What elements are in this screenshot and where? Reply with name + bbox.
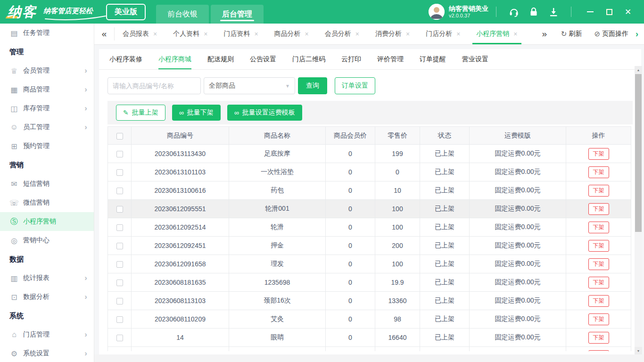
row-checkbox[interactable] — [116, 335, 123, 341]
row-checkbox[interactable] — [116, 316, 123, 323]
subtab-订单提醒[interactable]: 订单提醒 — [420, 49, 446, 69]
sidebar-item-inventory-management[interactable]: ◫库存管理› — [0, 99, 94, 118]
sidebar-item-label: 统计报表 — [23, 274, 50, 282]
tab-小程序营销[interactable]: 小程序营销× — [471, 24, 522, 44]
tab-close-icon[interactable]: × — [153, 30, 157, 38]
row-checkbox[interactable] — [116, 206, 123, 213]
sidebar-item-marketing-center[interactable]: ◎营销中心 — [0, 231, 94, 250]
close-button[interactable]: ✕ — [619, 4, 637, 20]
tab-个人资料[interactable]: 个人资料× — [168, 24, 212, 44]
sidebar-item-staff-management[interactable]: ☺员工管理› — [0, 118, 94, 137]
tab-close-icon[interactable]: × — [305, 30, 309, 38]
query-button[interactable]: 查询 — [298, 77, 327, 94]
tabs-collapse-button[interactable]: « — [94, 24, 114, 44]
subtab-小程序装修[interactable]: 小程序装修 — [109, 49, 142, 69]
select-all-checkbox[interactable] — [116, 133, 123, 140]
search-input[interactable] — [107, 77, 201, 94]
sidebar-item-sms-marketing[interactable]: ✉短信营销 — [0, 174, 94, 193]
off-shelf-button[interactable]: 下架 — [588, 332, 609, 344]
sidebar-item-task-management[interactable]: ▤任务管理 — [0, 24, 94, 42]
subtab-小程序商城[interactable]: 小程序商城 — [158, 49, 191, 69]
subtab-配送规则[interactable]: 配送规则 — [207, 49, 234, 69]
retail-price-cell: 100 — [375, 255, 420, 273]
tab-close-icon[interactable]: × — [406, 30, 410, 38]
nav-front-cashier[interactable]: 前台收银 — [156, 5, 209, 24]
category-select[interactable]: 全部商品 ▼ — [204, 77, 295, 94]
scroll-up-icon[interactable]: ▲ — [635, 66, 642, 74]
sidebar-item-store-management[interactable]: ⌂门店管理› — [0, 325, 94, 344]
nav-backend-management[interactable]: 后台管理 — [211, 5, 264, 24]
horizontal-scrollbar[interactable] — [94, 354, 644, 362]
row-checkbox[interactable] — [116, 280, 123, 286]
off-shelf-button[interactable]: 下架 — [588, 258, 609, 270]
subtab-营业设置[interactable]: 营业设置 — [462, 49, 488, 69]
off-shelf-button[interactable]: 下架 — [588, 277, 609, 288]
row-checkbox[interactable] — [116, 188, 123, 194]
sidebar-item-appointment-management[interactable]: ⊞预约管理 — [0, 137, 94, 156]
maximize-button[interactable] — [600, 4, 619, 20]
tab-close-icon[interactable]: × — [204, 30, 207, 38]
off-shelf-button[interactable]: 下架 — [588, 350, 609, 352]
row-checkbox[interactable] — [116, 261, 123, 268]
sidebar-item-member-management[interactable]: ♕会员管理› — [0, 61, 94, 80]
batch-off-shelf-button[interactable]: ∞批量下架 — [172, 105, 221, 121]
row-checkbox-cell — [108, 145, 132, 163]
off-shelf-button[interactable]: 下架 — [588, 148, 609, 160]
sidebar-item-data-analysis[interactable]: ⊡数据分析› — [0, 288, 94, 306]
batch-set-freight-template-button[interactable]: ∞批量设置运费模板 — [227, 105, 302, 121]
page-operations-chevron-icon[interactable]: › — [636, 29, 638, 39]
sidebar-item-miniprogram-marketing[interactable]: Ⓢ小程序营销 — [0, 212, 94, 231]
off-shelf-button[interactable]: 下架 — [588, 240, 609, 252]
row-checkbox[interactable] — [116, 298, 123, 304]
tab-close-icon[interactable]: × — [355, 30, 359, 38]
inventory-management-icon: ◫ — [9, 104, 19, 113]
subtab-门店二维码[interactable]: 门店二维码 — [292, 49, 325, 69]
download-icon[interactable] — [548, 6, 559, 17]
tab-label: 个人资料 — [173, 30, 199, 38]
row-checkbox[interactable] — [116, 169, 123, 176]
lock-icon[interactable] — [528, 6, 539, 17]
batch-on-shelf-button[interactable]: ✎批量上架 — [116, 105, 165, 121]
subtab-评价管理[interactable]: 评价管理 — [377, 49, 404, 69]
tabs-expand-button[interactable]: » — [535, 29, 554, 39]
off-shelf-button[interactable]: 下架 — [588, 295, 609, 307]
row-checkbox[interactable] — [116, 151, 123, 157]
refresh-button[interactable]: ↻ 刷新 — [561, 30, 582, 38]
freight-template-cell: 固定运费0.00元 — [470, 292, 566, 310]
tab-会员分析[interactable]: 会员分析× — [320, 24, 364, 44]
vertical-scrollbar-thumb[interactable] — [635, 74, 642, 232]
sidebar-item-label: 短信营销 — [23, 180, 50, 188]
off-shelf-button[interactable]: 下架 — [588, 203, 609, 215]
tab-消费分析[interactable]: 消费分析× — [371, 24, 414, 44]
off-shelf-button[interactable]: 下架 — [588, 313, 609, 325]
support-icon[interactable] — [508, 6, 520, 17]
off-shelf-button[interactable]: 下架 — [588, 166, 609, 178]
page-operations-button[interactable]: ⊘ 页面操作 — [594, 30, 628, 38]
minimize-button[interactable] — [581, 4, 600, 20]
sidebar-item-product-management[interactable]: ▦商品管理› — [0, 80, 94, 99]
sidebar-item-wechat-marketing[interactable]: ☏微信营销 — [0, 193, 94, 212]
off-shelf-button[interactable]: 下架 — [588, 222, 609, 233]
pencil-icon: ✎ — [123, 109, 129, 116]
sidebar-item-statistics-report[interactable]: ▥统计报表› — [0, 269, 94, 288]
sidebar-item-system-settings[interactable]: ⚙系统设置› — [0, 344, 94, 362]
row-checkbox-cell — [108, 237, 132, 255]
off-shelf-button[interactable]: 下架 — [588, 185, 609, 197]
row-checkbox[interactable] — [116, 224, 123, 231]
tab-门店资料[interactable]: 门店资料× — [219, 24, 263, 44]
tab-close-icon[interactable]: × — [456, 30, 460, 38]
scroll-down-icon[interactable]: ▼ — [635, 347, 642, 354]
order-settings-button[interactable]: 订单设置 — [335, 77, 375, 94]
tab-close-icon[interactable]: × — [513, 30, 517, 38]
tab-会员报表[interactable]: 会员报表× — [118, 24, 162, 44]
tab-商品分析[interactable]: 商品分析× — [270, 24, 314, 44]
tab-门店分析[interactable]: 门店分析× — [421, 24, 465, 44]
row-checkbox[interactable] — [116, 243, 123, 249]
edition-badge[interactable]: 美业版 — [106, 4, 146, 20]
subtab-云打印[interactable]: 云打印 — [341, 49, 361, 69]
batch-actions-bar: ✎批量上架∞批量下架∞批量设置运费模板 — [107, 101, 633, 124]
user-block[interactable]: 纳客营销美业 v2.0.0.37 — [429, 4, 488, 20]
vertical-scrollbar[interactable]: ▲ ▼ — [635, 66, 642, 354]
subtab-公告设置[interactable]: 公告设置 — [250, 49, 276, 69]
tab-close-icon[interactable]: × — [254, 30, 258, 38]
